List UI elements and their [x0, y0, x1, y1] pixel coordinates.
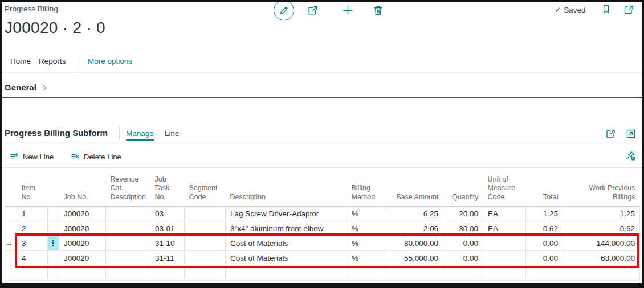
grid-header-row: Item No.Job No.Revenue Cat. DescriptionJ… [5, 168, 640, 206]
grid-row: →3⋮J0002031-10Cost of Materials%80,000.0… [5, 236, 640, 250]
tab-manage[interactable]: Manage [126, 129, 154, 141]
cell-base_amount[interactable]: 6.25 [385, 206, 443, 221]
cell-total[interactable]: 0.00 [526, 250, 563, 265]
cell-job_no[interactable]: J00020 [59, 236, 106, 250]
cell-quantity [443, 265, 483, 280]
cell-segment_code[interactable] [185, 221, 226, 236]
share-icon[interactable] [605, 128, 616, 139]
row-selector-cell [5, 265, 17, 280]
cell-job_no[interactable]: J00020 [59, 221, 106, 236]
cell-quantity[interactable]: 30.00 [443, 221, 483, 236]
cell-job_task_no[interactable]: 03-01 [150, 221, 185, 236]
cell-job_task_no[interactable]: 31-11 [150, 250, 185, 265]
column-header-job_no[interactable]: Job No. [59, 168, 106, 206]
row-menu-cell [48, 221, 59, 236]
cell-segment_code[interactable] [185, 236, 226, 250]
tab-reports[interactable]: Reports [39, 57, 66, 65]
cell-description[interactable]: Cost of Materials [226, 236, 347, 250]
column-header-job_task_no[interactable]: Job Task No. [150, 168, 185, 206]
cell-billing_method[interactable]: % [347, 250, 385, 265]
row-menu-button[interactable]: ⋮ [48, 236, 59, 250]
cell-work_previous_billings[interactable]: 63,000.00 [563, 250, 640, 265]
column-header-item_no[interactable]: Item No. [17, 168, 48, 206]
cell-unit_of_measure_code[interactable]: EA [483, 221, 526, 236]
cell-unit_of_measure_code[interactable] [483, 250, 526, 265]
grid-body: 1J0002003Lag Screw Driver-Adaptor%6.2520… [5, 206, 640, 280]
delete-icon[interactable] [372, 5, 384, 17]
cell-job_no[interactable]: J00020 [59, 206, 106, 221]
cell-quantity[interactable]: 20.00 [443, 206, 483, 221]
more-options-link[interactable]: More options [88, 57, 132, 65]
column-header-unit_of_measure_code[interactable]: Unit of Measure Code [483, 168, 526, 206]
tab-home[interactable]: Home [10, 57, 31, 65]
cell-total[interactable]: 0.62 [526, 221, 563, 236]
cell-item_no [17, 265, 48, 280]
share-icon[interactable] [307, 5, 319, 17]
cell-job_task_no[interactable]: 31-10 [150, 236, 185, 250]
page-caption: Progress Billing [5, 5, 58, 13]
cell-description[interactable]: Lag Screw Driver-Adaptor [226, 206, 347, 221]
cell-revenue_cat_description[interactable] [106, 250, 150, 265]
delete-line-button[interactable]: Delete Line [70, 151, 121, 162]
column-header-quantity[interactable]: Quantity [443, 168, 483, 206]
delete-line-icon [70, 151, 80, 162]
chevron-right-icon [40, 85, 46, 90]
cell-revenue_cat_description[interactable] [106, 221, 150, 236]
cell-revenue_cat_description[interactable] [106, 236, 150, 250]
edit-icon[interactable] [274, 0, 294, 20]
general-underline [2, 97, 642, 98]
cell-work_previous_billings[interactable]: 0.62 [563, 221, 640, 236]
column-header-base_amount[interactable]: Base Amount [385, 168, 443, 206]
general-section-header[interactable]: General [5, 83, 46, 92]
cell-segment_code[interactable] [185, 250, 226, 265]
cell-job_no[interactable]: J00020 [59, 250, 106, 265]
cell-segment_code [185, 265, 226, 280]
column-header-work_previous_billings[interactable]: Work Previous Billings [563, 168, 640, 206]
cell-quantity[interactable]: 0.00 [443, 250, 483, 265]
row-menu-cell [48, 265, 59, 280]
cell-base_amount [385, 265, 443, 280]
cell-base_amount[interactable]: 80,000.00 [385, 236, 443, 250]
current-row-arrow: → [5, 236, 17, 250]
save-status: ✓Saved [555, 5, 586, 14]
cell-item_no[interactable]: 4 [17, 250, 48, 265]
cell-billing_method[interactable]: % [347, 221, 385, 236]
column-header-blank [5, 168, 17, 206]
column-header-description[interactable]: Description [226, 168, 347, 206]
cell-unit_of_measure_code[interactable]: EA [483, 206, 526, 221]
subform-title: Progress Billing Subform [5, 128, 108, 138]
cell-quantity[interactable]: 0.00 [443, 236, 483, 250]
expand-icon[interactable] [625, 128, 637, 139]
cell-work_previous_billings[interactable]: 1.25 [563, 206, 640, 221]
cell-work_previous_billings[interactable]: 144,000.00 [563, 236, 640, 250]
column-header-revenue_cat_description[interactable]: Revenue Cat. Description [106, 168, 150, 206]
cell-description[interactable]: 3"x4" aluminum front elbow [226, 221, 347, 236]
cell-item_no[interactable]: 1 [17, 206, 48, 221]
cell-item_no[interactable]: 2 [17, 221, 48, 236]
column-header-billing_method[interactable]: Billing Method [347, 168, 385, 206]
cell-total[interactable]: 1.25 [526, 206, 563, 221]
cell-base_amount[interactable]: 2.06 [385, 221, 443, 236]
subform-separator [2, 143, 642, 143]
new-line-button[interactable]: New Line [9, 151, 54, 162]
cell-billing_method[interactable]: % [347, 236, 385, 250]
column-header-segment_code[interactable]: Segment Code [185, 168, 226, 206]
column-header-total[interactable]: Total [526, 168, 563, 206]
cell-total[interactable]: 0.00 [526, 236, 563, 250]
cell-job_task_no[interactable]: 03 [150, 206, 185, 221]
subform-grid-container: Item No.Job No.Revenue Cat. DescriptionJ… [5, 168, 639, 281]
cell-segment_code[interactable] [185, 206, 226, 221]
cell-billing_method[interactable]: % [347, 206, 385, 221]
cell-revenue_cat_description[interactable] [106, 206, 150, 221]
delete-line-label: Delete Line [84, 153, 121, 161]
tab-line[interactable]: Line [165, 129, 180, 138]
ribbon-separator [2, 72, 642, 73]
add-icon[interactable] [342, 5, 354, 17]
pin-icon[interactable] [625, 150, 636, 161]
cell-base_amount[interactable]: 55,000.00 [385, 250, 443, 265]
cell-item_no[interactable]: 3 [17, 236, 48, 250]
bookmark-icon[interactable] [601, 3, 612, 14]
open-in-new-window-icon[interactable] [623, 4, 634, 15]
cell-unit_of_measure_code[interactable] [483, 236, 526, 250]
cell-description[interactable]: Cost of Materials [226, 250, 347, 265]
